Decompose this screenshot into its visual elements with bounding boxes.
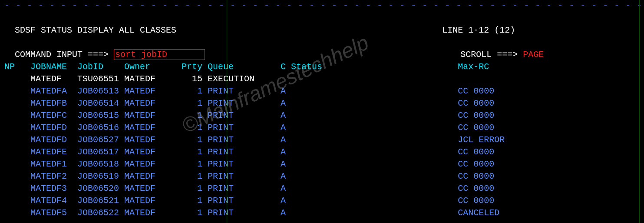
table-row[interactable]: MATEDFC JOB06515 MATEDF 1 PRINT A CC 000… <box>4 110 640 122</box>
table-row[interactable]: MATEDF TSU06551 MATEDF 15 EXECUTION <box>4 73 640 85</box>
scroll-value[interactable]: PAGE <box>523 50 544 60</box>
spacer <box>205 50 460 60</box>
command-input[interactable] <box>115 50 202 60</box>
table-row[interactable]: MATEDF3 JOB06520 MATEDF 1 PRINT A CC 000… <box>4 183 640 195</box>
table-row[interactable]: MATEDF4 JOB06521 MATEDF 1 PRINT A CC 000… <box>4 195 640 207</box>
command-input-box[interactable] <box>114 49 205 60</box>
table-row[interactable]: MATEDF5 JOB06522 MATEDF 1 PRINT A CANCEL… <box>4 207 640 219</box>
spacer <box>176 25 442 35</box>
table-row[interactable]: MATEDFA JOB06513 MATEDF 1 PRINT A CC 000… <box>4 85 640 97</box>
table-row[interactable]: MATEDFD JOB06527 MATEDF 1 PRINT A JCL ER… <box>4 134 640 146</box>
command-row: COMMAND INPUT ===> SCROLL ===> PAGE <box>4 37 640 61</box>
table-row[interactable]: MATEDF1 JOB06518 MATEDF 1 PRINT A CC 000… <box>4 158 640 170</box>
table-row[interactable]: MATEDF2 JOB06519 MATEDF 1 PRINT A CC 000… <box>4 170 640 183</box>
table-row[interactable]: MATEDFD JOB06516 MATEDF 1 PRINT A CC 000… <box>4 122 640 134</box>
command-label: COMMAND INPUT ===> <box>15 50 109 60</box>
page-title: SDSF STATUS DISPLAY ALL CLASSES <box>15 25 176 35</box>
scroll-label: SCROLL ===> <box>460 50 518 60</box>
line-info: LINE 1-12 (12) <box>442 25 515 35</box>
table-row[interactable]: MATEDFB JOB06514 MATEDF 1 PRINT A CC 000… <box>4 97 640 110</box>
column-headers: NP JOBNAME JobID Owner Prty Queue C Stat… <box>4 61 640 73</box>
title-row: SDSF STATUS DISPLAY ALL CLASSES LINE 1-1… <box>4 12 640 37</box>
table-row[interactable]: MATEDFE JOB06517 MATEDF 1 PRINT A CC 000… <box>4 146 640 158</box>
divider-top: - - - - - - - - - - - - - - - - - - - - … <box>4 0 640 12</box>
